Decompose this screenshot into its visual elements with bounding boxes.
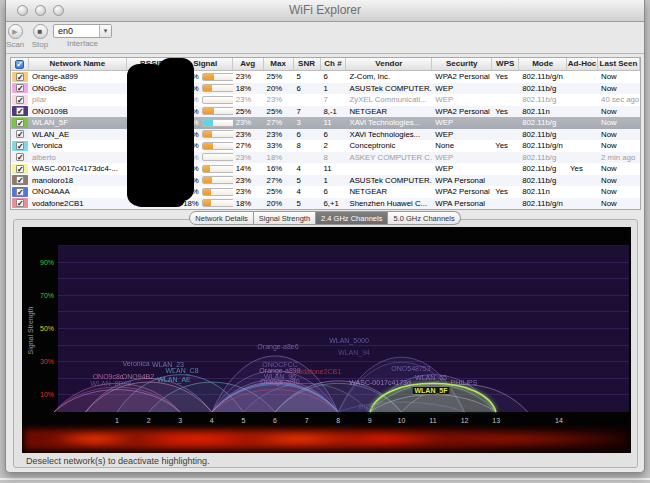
network-label: WLAN_5F <box>411 386 450 395</box>
cell-channel: 1 <box>321 83 347 95</box>
network-checkbox[interactable]: ✓ <box>16 119 24 127</box>
cell-avg: 18% <box>233 198 264 210</box>
cell-network-name: pilar <box>29 94 127 106</box>
network-checkbox[interactable]: ✓ <box>16 176 24 184</box>
select-all-checkbox[interactable]: ✓ <box>15 60 24 69</box>
table-row[interactable]: ✓pilar0%23%23%7ZyXEL Communicati...WEP80… <box>11 94 640 106</box>
cell-avg: 23% <box>233 117 264 129</box>
cell-mode: 802.11n <box>519 186 567 198</box>
network-checkbox[interactable]: ✓ <box>16 107 24 115</box>
table-row[interactable]: ✓Orange-a89918%23%25%56Z-Com, Inc.WPA2 P… <box>11 71 640 83</box>
cell-security: WEP <box>432 94 492 106</box>
cell-security: WEP <box>432 152 492 164</box>
cell-wps: Yes <box>492 186 519 198</box>
network-checkbox[interactable]: ✓ <box>16 130 24 138</box>
cell-adhoc <box>567 129 598 141</box>
tab-5-0-ghz-channels[interactable]: 5.0 GHz Channels <box>388 211 460 225</box>
view-tabs: Network DetailsSignal Strength2.4 GHz Ch… <box>6 211 644 225</box>
column-header-snr[interactable]: SNR <box>294 58 321 70</box>
network-checkbox[interactable]: ✓ <box>16 73 24 81</box>
table-row[interactable]: ✓alberto0%23%18%8ASKEY COMPUTER C...WEP8… <box>11 152 640 164</box>
network-checkbox[interactable]: ✓ <box>16 96 24 104</box>
table-row[interactable]: ✓vodafone2CB118%18%20%56,+1Shenzhen Huaw… <box>11 198 640 210</box>
network-label: WLAN_C8 <box>165 367 198 374</box>
network-table: ✓Network NameBSSIDSignalAvgMaxSNRCh #Ven… <box>10 57 641 210</box>
tab-network-details[interactable]: Network Details <box>189 211 254 225</box>
column-header-ad-hoc[interactable]: Ad-Hoc <box>567 58 598 70</box>
column-header-security[interactable]: Security <box>432 58 492 70</box>
table-row[interactable]: ✓WLAN_5F24%23%27%311XAVi Technologies...… <box>11 117 640 129</box>
cell-snr: 5 <box>294 71 321 83</box>
play-icon: ▶ <box>8 24 23 39</box>
table-row[interactable]: ✓ONO4AAA16%23%25%46NETGEARWPA2 PersonalY… <box>11 186 640 198</box>
cell-network-name: manoloro18 <box>29 175 127 187</box>
minimize-button[interactable] <box>35 5 46 16</box>
tab-signal-strength[interactable]: Signal Strength <box>254 211 316 225</box>
table-row[interactable]: ✓ONO109B23%25%25%78,-1NETGEARWPA2 Person… <box>11 106 640 118</box>
table-row[interactable]: ✓ONO9c8c20%18%20%61ASUSTek COMPUTER...WE… <box>11 83 640 95</box>
network-checkbox[interactable]: ✓ <box>16 142 24 150</box>
cell-snr: 7 <box>294 106 321 118</box>
table-row[interactable]: ✓WLAN_AE20%23%23%66XAVi Technologies...W… <box>11 129 640 141</box>
title-bar[interactable]: WiFi Explorer <box>6 0 644 22</box>
network-label: WLAN_94 <box>338 349 370 356</box>
cell-network-name: WLAN_AE <box>29 129 127 141</box>
x-tick-channel: 7 <box>305 417 309 424</box>
cell-channel: 1 <box>321 175 347 187</box>
cell-max: 25% <box>264 186 294 198</box>
cell-avg: 27% <box>233 140 264 152</box>
zoom-button[interactable] <box>53 5 64 16</box>
cell-security: WPA2 Personal <box>432 71 492 83</box>
interface-dropdown[interactable]: en0 ▾ <box>53 24 112 38</box>
scan-button[interactable]: ▶ Scan <box>4 24 26 49</box>
window-title: WiFi Explorer <box>6 0 644 21</box>
cell-last-seen: Now <box>598 175 640 187</box>
tab-2-4-ghz-channels[interactable]: 2.4 GHz Channels <box>316 211 388 225</box>
cell-wps <box>492 94 519 106</box>
cell-security: WPA2 Personal <box>432 186 492 198</box>
desktop-line <box>0 478 650 480</box>
cell-snr: 6 <box>294 83 321 95</box>
table-row[interactable]: ✓manoloro1818%23%27%51ASUSTek COMPUTER..… <box>11 175 640 187</box>
column-header-ch-[interactable]: Ch # <box>321 58 347 70</box>
cell-avg: 23% <box>233 94 264 106</box>
cell-avg: 23% <box>233 152 264 164</box>
cell-last-seen: Now <box>598 163 640 175</box>
status-message: Deselect network(s) to deactivate highli… <box>26 456 210 466</box>
column-header-wps[interactable]: WPS <box>492 58 519 70</box>
network-checkbox[interactable]: ✓ <box>16 188 24 196</box>
cell-last-seen: Now <box>598 106 640 118</box>
network-label: ONO94B2 <box>122 373 154 380</box>
close-button[interactable] <box>17 5 28 16</box>
cell-adhoc <box>567 94 598 106</box>
cell-mode: 802.11b/g <box>519 117 567 129</box>
cell-snr: 4 <box>294 163 321 175</box>
cell-adhoc <box>567 71 598 83</box>
column-header-vendor[interactable]: Vendor <box>346 58 432 70</box>
cell-wps <box>492 129 519 141</box>
network-checkbox[interactable]: ✓ <box>16 84 24 92</box>
cell-vendor: ZyXEL Communicati... <box>346 94 432 106</box>
cell-adhoc <box>567 117 598 129</box>
network-checkbox[interactable]: ✓ <box>16 153 24 161</box>
cell-wps: Yes <box>492 106 519 118</box>
network-label: Orange-a8e6 <box>257 343 298 350</box>
column-header-max[interactable]: Max <box>264 58 294 70</box>
stop-button[interactable]: ■ Stop <box>29 24 51 49</box>
network-checkbox[interactable]: ✓ <box>16 199 24 207</box>
column-header-last-seen[interactable]: Last Seen <box>598 58 640 70</box>
table-row[interactable]: ✓WASC-0017c4173dc4-...16%14%16%411WEP802… <box>11 163 640 175</box>
cell-max: 23% <box>264 129 294 141</box>
cell-vendor <box>346 163 432 175</box>
cell-security: WEP <box>432 117 492 129</box>
table-row[interactable]: ✓Veronica25%27%33%82ConceptronicNoneYes8… <box>11 140 640 152</box>
network-checkbox[interactable]: ✓ <box>16 165 24 173</box>
column-header-avg[interactable]: Avg <box>233 58 264 70</box>
cell-mode: 802.11b/g/n <box>519 140 567 152</box>
column-header-mode[interactable]: Mode <box>519 58 567 70</box>
channel-curves <box>22 227 631 453</box>
cell-mode: 802.11b/g/n <box>519 71 567 83</box>
cell-last-seen: 40 sec ago <box>598 94 640 106</box>
column-header-network-name[interactable]: Network Name <box>29 58 127 70</box>
cell-security: WEP <box>432 129 492 141</box>
